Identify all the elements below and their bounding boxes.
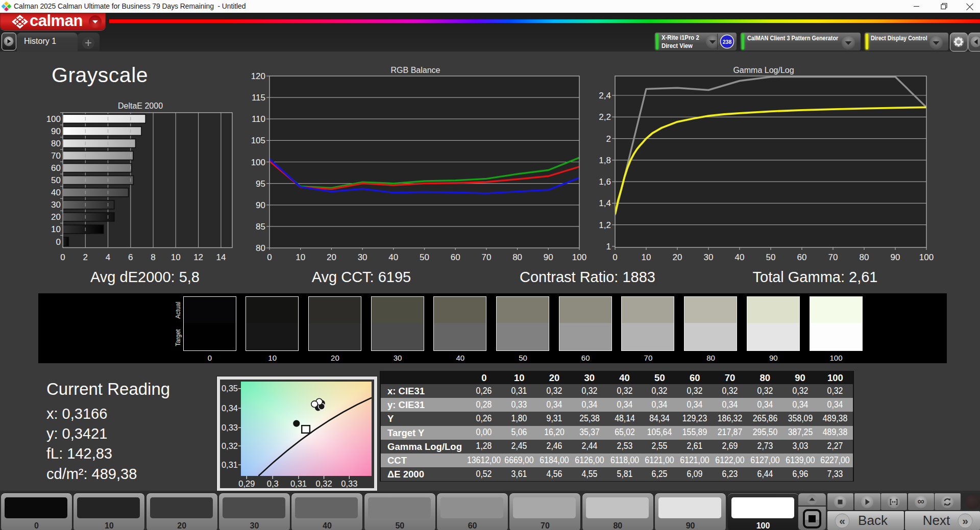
svg-text:0,33: 0,33 [222, 423, 238, 432]
svg-text:DeltaE 2000: DeltaE 2000 [118, 102, 163, 110]
svg-text:105: 105 [251, 136, 265, 145]
svg-text:50: 50 [420, 253, 429, 262]
svg-text:10: 10 [642, 253, 651, 262]
svg-text:1,4: 1,4 [599, 198, 611, 208]
svg-text:60: 60 [451, 253, 460, 262]
svg-text:1,2: 1,2 [599, 220, 611, 230]
svg-text:80: 80 [51, 139, 61, 148]
svg-text:0: 0 [267, 253, 272, 262]
svg-text:80: 80 [860, 253, 869, 262]
svg-text:RGB Balance: RGB Balance [391, 66, 440, 74]
svg-text:1,6: 1,6 [599, 177, 611, 187]
svg-text:∞: ∞ [917, 496, 924, 507]
svg-text:60: 60 [797, 253, 807, 262]
svg-text:100: 100 [251, 158, 265, 167]
svg-text:10: 10 [51, 224, 61, 234]
svg-text:20: 20 [673, 253, 682, 262]
svg-text:30: 30 [51, 200, 61, 210]
svg-text:70: 70 [51, 151, 61, 161]
svg-text:2,2: 2,2 [599, 112, 611, 122]
svg-text:50: 50 [51, 175, 61, 185]
svg-text:80: 80 [512, 253, 522, 262]
svg-text:»: » [962, 515, 968, 526]
svg-text:110: 110 [252, 114, 265, 124]
svg-text:0,35: 0,35 [222, 384, 238, 393]
svg-text:20: 20 [327, 253, 336, 262]
svg-text:90: 90 [891, 253, 900, 262]
svg-text:2: 2 [83, 253, 88, 262]
svg-text:90: 90 [544, 253, 553, 262]
svg-text:0,29: 0,29 [238, 479, 255, 488]
svg-text:10: 10 [171, 253, 181, 262]
svg-text:100: 100 [919, 253, 934, 262]
svg-text:90: 90 [256, 200, 265, 210]
svg-text:0: 0 [60, 253, 65, 262]
svg-text:2: 2 [606, 134, 611, 144]
svg-text:0,31: 0,31 [290, 479, 307, 488]
svg-text:«: « [839, 515, 845, 526]
svg-text:30: 30 [704, 253, 714, 262]
svg-text:2,4: 2,4 [599, 91, 611, 100]
svg-text:50: 50 [766, 253, 776, 262]
svg-text:1,8: 1,8 [599, 156, 611, 165]
svg-text:30: 30 [358, 253, 368, 262]
svg-text:0,31: 0,31 [222, 460, 238, 469]
svg-text:0: 0 [56, 237, 61, 247]
svg-text:80: 80 [256, 243, 265, 253]
svg-text:90: 90 [51, 127, 61, 136]
svg-text:40: 40 [735, 253, 745, 262]
svg-text:0,3: 0,3 [267, 479, 279, 488]
svg-text:238: 238 [723, 39, 732, 45]
svg-text:85: 85 [256, 222, 265, 232]
svg-text:1: 1 [606, 242, 611, 251]
svg-text:115: 115 [252, 93, 265, 103]
svg-text:100: 100 [572, 253, 586, 262]
svg-text:40: 40 [51, 188, 61, 197]
svg-text:95: 95 [256, 179, 265, 189]
svg-text:12: 12 [193, 253, 203, 262]
svg-text:70: 70 [481, 253, 491, 262]
svg-text:0,32: 0,32 [222, 441, 238, 450]
svg-text:0,32: 0,32 [316, 479, 332, 488]
svg-text:70: 70 [828, 253, 838, 262]
svg-text:120: 120 [251, 71, 265, 81]
svg-text:60: 60 [51, 163, 61, 173]
svg-text:0,34: 0,34 [222, 403, 238, 413]
svg-text:6: 6 [128, 253, 133, 262]
svg-text:0: 0 [612, 253, 617, 262]
svg-text:8: 8 [151, 253, 155, 262]
svg-text:10: 10 [296, 253, 305, 262]
svg-text:0,33: 0,33 [341, 479, 357, 488]
svg-text:4: 4 [106, 253, 110, 262]
svg-text:20: 20 [51, 212, 61, 222]
svg-text:Gamma Log/Log: Gamma Log/Log [733, 66, 794, 74]
svg-text:100: 100 [46, 114, 61, 124]
svg-text:14: 14 [216, 253, 226, 262]
svg-text:40: 40 [388, 253, 398, 262]
